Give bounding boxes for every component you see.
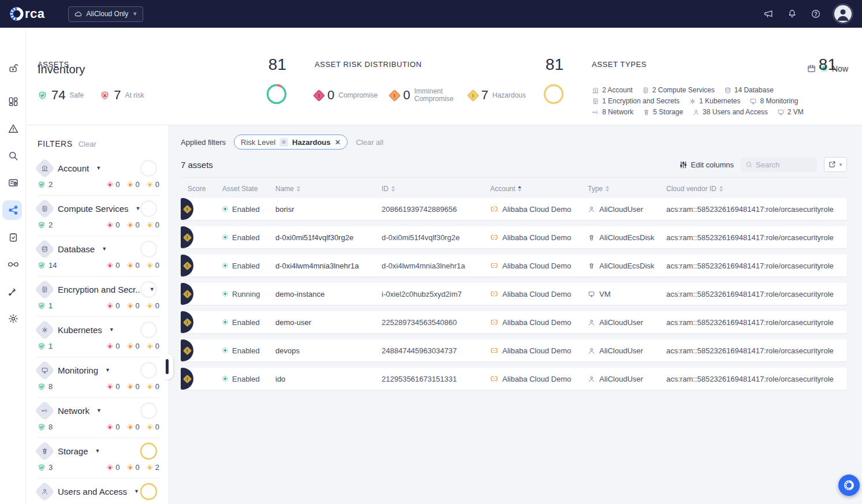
help-icon[interactable] (811, 9, 821, 19)
asset-type-chip-label: 1 Kubernetes (699, 96, 740, 106)
state-dot-icon (222, 291, 228, 297)
assets-card-title: ASSETS (38, 60, 300, 69)
sidebar-item-settings[interactable] (0, 313, 26, 324)
filter-compromise-stat: 0 (107, 301, 120, 310)
asset-type-icon (588, 262, 595, 270)
risk-total: 81 (546, 55, 564, 74)
sidebar-item-inventory[interactable] (0, 204, 26, 216)
asset-account: Alibaba Cloud Demo (502, 290, 571, 298)
asset-type: AliCloudUser (599, 205, 643, 214)
table-row[interactable]: ! Enabled d-0xi4lwm4mnia3lnehr1a d-0xi4l… (181, 255, 847, 277)
asset-type-chip: 5 Storage (643, 107, 683, 117)
imminent-diamond-icon (126, 221, 134, 229)
hazardous-score-badge: ! (181, 283, 193, 305)
announcements-icon[interactable] (763, 9, 774, 20)
assets-donut-chart (266, 83, 288, 105)
column-header-name[interactable]: Name (275, 185, 382, 193)
cloud-vendor-id: acs:ram::5852326169481417:role/orcasecur… (666, 318, 834, 327)
filter-compromise-count: 0 (115, 261, 120, 270)
sidebar-item-search[interactable] (0, 150, 26, 162)
table-row[interactable]: ! Enabled devops 248847445963034737 Alib… (181, 339, 847, 361)
assets-card: ASSETS 81 74 Safe 7 At risk (38, 60, 300, 121)
asset-type-chip: 1 Kubernetes (689, 96, 740, 106)
table-row[interactable]: ! Enabled d-0xi0mi51f4vqlf30rg2e d-0xi0m… (181, 226, 847, 248)
filter-hazardous-count: 0 (155, 180, 159, 189)
asset-state: Enabled (232, 346, 260, 355)
alibaba-cloud-icon (490, 375, 498, 383)
sidebar-item-compliance[interactable] (0, 232, 26, 243)
risk-donut-chart (543, 83, 565, 105)
filter-group-label: Account (58, 163, 89, 173)
filter-imminent-stat: 0 (128, 342, 140, 350)
cloud-icon (74, 10, 83, 18)
filter-group-donut (139, 320, 158, 339)
asset-type-icon (588, 319, 595, 326)
asset-type: VM (599, 290, 611, 298)
table-row[interactable]: ! Enabled ido 212953561673151331 Alibaba… (181, 368, 847, 390)
compromise-diamond-icon (106, 383, 114, 390)
filters-collapse-handle[interactable] (164, 354, 173, 379)
filter-imminent-count: 0 (136, 261, 140, 270)
asset-account: Alibaba Cloud Demo (502, 346, 571, 355)
sidebar-item-integrations[interactable] (0, 259, 26, 270)
shield-check-icon (38, 181, 46, 189)
cloud-vendor-id: acs:ram::5852326169481417:role/orcasecur… (666, 346, 834, 355)
table-row[interactable]: ! Enabled demo-user 225289734563540860 A… (181, 311, 847, 333)
sidebar-item-assets[interactable] (0, 177, 26, 189)
cloud-scope-selector[interactable]: AliCloud Only ▼ (68, 6, 144, 22)
asset-type: AliCloudUser (599, 375, 643, 383)
clear-all-button[interactable]: Clear all (356, 138, 383, 147)
filter-group-icon (35, 440, 55, 461)
asset-state: Enabled (232, 233, 260, 242)
filter-group-label: Monitoring (58, 365, 98, 375)
filter-safe-stat: 1 (38, 301, 53, 310)
column-header-type[interactable]: Type (588, 185, 666, 193)
asset-account: Alibaba Cloud Demo (502, 233, 571, 242)
filter-compromise-count: 0 (115, 382, 120, 391)
filter-compromise-count: 0 (115, 180, 120, 189)
sidebar-item-attack-path[interactable] (0, 286, 26, 297)
at-risk-label: At risk (125, 92, 144, 99)
hazardous-label: Hazardous (492, 92, 526, 99)
compromise-diamond-icon (106, 302, 114, 309)
column-header-cloud-vendor-id[interactable]: Cloud vendor ID (666, 185, 847, 193)
column-header-account[interactable]: Account (490, 185, 588, 193)
filter-imminent-stat: 0 (128, 180, 140, 189)
table-row[interactable]: ! Enabled borisr 208661939742889656 Alib… (181, 198, 847, 220)
edit-columns-button[interactable]: Edit columns (679, 160, 734, 169)
hazardous-score-badge: ! (181, 311, 193, 333)
notifications-icon[interactable] (787, 9, 797, 19)
filter-imminent-stat: 0 (128, 382, 140, 391)
alibaba-cloud-icon (490, 205, 498, 213)
asset-type-chip-label: 38 Users and Access (703, 107, 768, 117)
filter-chip-risk-level[interactable]: Risk Level = Hazardous ✕ (234, 135, 348, 150)
hazardous-diamond-icon: ! (182, 289, 192, 298)
filter-group-icon (35, 481, 55, 501)
filter-hazardous-stat: 0 (147, 221, 159, 229)
asset-name: ido (275, 375, 285, 383)
compromise-diamond-icon (106, 181, 114, 188)
filter-safe-stat: 3 (38, 463, 53, 472)
filter-group-label: Database (58, 244, 95, 254)
filter-group: Network ▼ 8 0 0 0 (38, 398, 159, 438)
compromise-diamond-icon (106, 423, 114, 431)
filters-clear-button[interactable]: Clear (79, 140, 96, 148)
shield-check-icon (38, 464, 46, 472)
safe-stat: 74 Safe (38, 88, 84, 103)
sidebar-item-dashboard[interactable] (0, 96, 26, 107)
cloud-vendor-id: acs:ram::5852326169481417:role/orcasecur… (666, 205, 834, 214)
sidebar-item-security[interactable] (0, 62, 26, 74)
orca-assistant-button[interactable] (838, 475, 860, 496)
user-avatar[interactable] (834, 5, 852, 23)
column-header-label: Name (275, 185, 294, 193)
search-input[interactable] (756, 160, 808, 169)
filter-group-icon (35, 238, 55, 259)
filter-hazardous-stat: 0 (147, 342, 159, 350)
remove-filter-icon[interactable]: ✕ (335, 138, 341, 147)
column-header-id[interactable]: ID (382, 185, 490, 193)
asset-id: d-0xi0mi51f4vqlf30rg2e (382, 233, 460, 242)
state-dot-icon (222, 319, 228, 325)
table-row[interactable]: ! Running demo-instance i-0xiel2c0hubz5x… (181, 283, 847, 305)
export-button[interactable]: ▼ (824, 157, 847, 172)
sidebar-item-alerts[interactable] (0, 123, 26, 135)
